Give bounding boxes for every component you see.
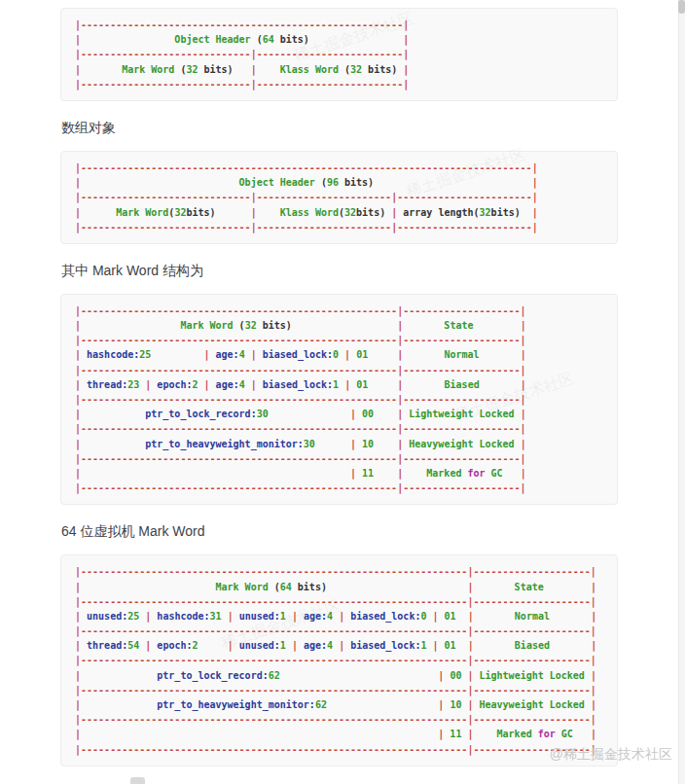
code-block-object-header-64: |---------------------------------------…: [60, 8, 618, 101]
code-block-object-header-96: |---------------------------------------…: [60, 151, 618, 244]
article-page: |---------------------------------------…: [0, 0, 685, 784]
code-block-mark-word-64: |---------------------------------------…: [60, 554, 618, 766]
section-label-markword64-intro: 64 位虚拟机 Mark Word: [61, 521, 618, 541]
section-label-markword-intro: 其中 Mark Word 结构为: [61, 261, 618, 280]
code-block-mark-word-32: |---------------------------------------…: [60, 294, 618, 505]
section-label-array-object: 数组对象: [61, 118, 618, 137]
scrollbar-thumb[interactable]: [678, 0, 685, 14]
scrollbar-track[interactable]: [678, 0, 685, 784]
article-content: |---------------------------------------…: [60, 8, 618, 783]
cut-off-element: [130, 777, 145, 784]
